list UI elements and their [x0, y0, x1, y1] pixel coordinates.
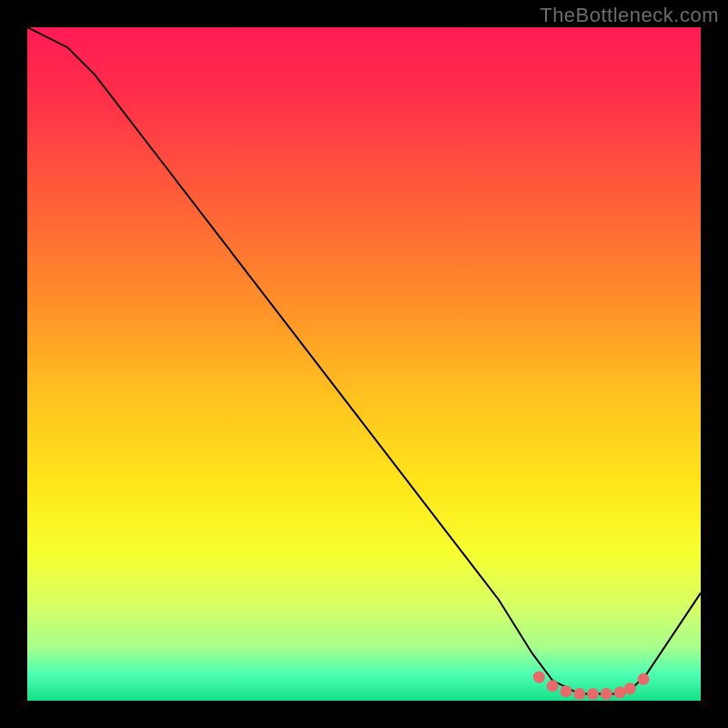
marker-dot [601, 688, 612, 700]
marker-dot [573, 688, 585, 700]
chart-svg [27, 27, 701, 701]
chart-background [27, 27, 701, 701]
app-frame: TheBottleneck.com [0, 0, 728, 728]
marker-dot [624, 682, 636, 694]
marker-dot [614, 687, 626, 699]
marker-dot [533, 672, 545, 683]
marker-dot [561, 685, 572, 697]
marker-dot [547, 680, 559, 692]
marker-dot [587, 688, 599, 700]
marker-dot [638, 673, 650, 685]
chart-area [27, 27, 701, 701]
watermark-text: TheBottleneck.com [540, 4, 719, 27]
